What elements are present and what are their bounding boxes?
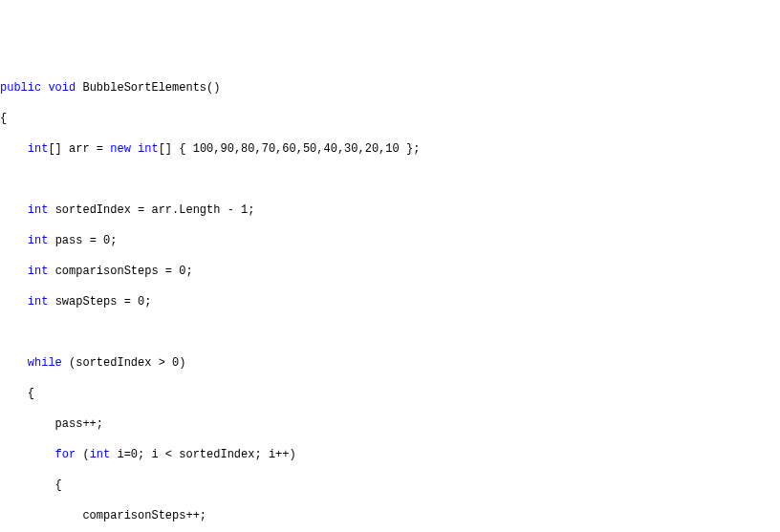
code-editor: public void BubbleSortElements() { int[]… [0,65,780,532]
while-condition: (sortedIndex > 0) [69,356,185,370]
keyword-public: public [0,81,41,95]
keyword-int: int [28,142,49,156]
keyword-for: for [55,448,76,461]
code-content[interactable]: public void BubbleSortElements() { int[]… [0,65,780,532]
keyword-void: void [48,81,76,95]
var-arr: arr [69,142,90,156]
method-name: BubbleSortElements [82,81,206,95]
var-comparisonSteps: comparisonSteps [55,265,159,278]
var-swapSteps: swapSteps [55,295,118,309]
var-sortedIndex: sortedIndex [55,203,131,217]
stmt-pass-inc: pass++; [55,417,103,431]
var-pass: pass [55,234,83,247]
brace-open: { [0,112,7,125]
stmt-compSteps-inc: comparisonSteps++; [82,509,206,522]
keyword-while: while [28,356,62,370]
keyword-new: new [110,142,131,156]
array-init: { 100,90,80,70,60,50,40,30,20,10 } [179,142,413,156]
